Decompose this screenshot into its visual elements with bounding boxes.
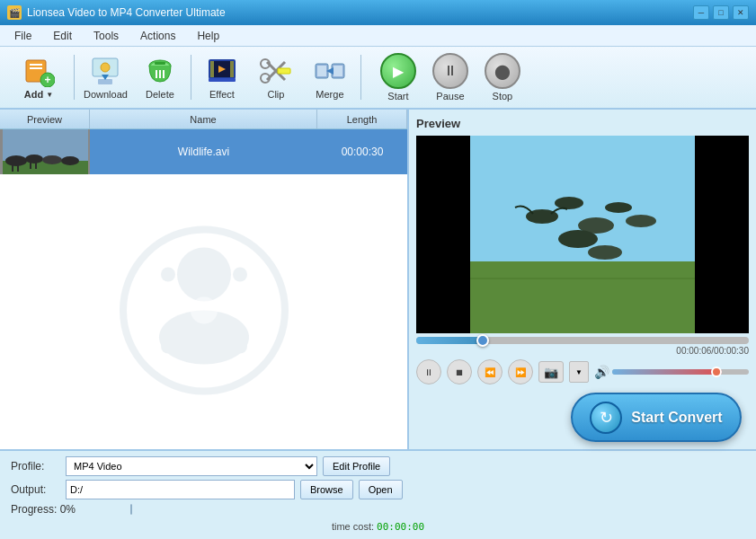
volume-bar[interactable] — [612, 369, 749, 375]
file-name: Wildlife.avi — [90, 146, 317, 158]
svg-rect-41 — [35, 163, 37, 169]
pause-button[interactable]: ⏸ Pause — [428, 53, 473, 102]
maximize-button[interactable]: □ — [713, 5, 729, 20]
forward-button[interactable]: ⏩ — [508, 359, 533, 384]
volume-icon: 🔊 — [594, 365, 609, 379]
svg-rect-25 — [278, 68, 290, 74]
minimize-button[interactable]: ─ — [693, 5, 709, 20]
time-cost-row: time cost: 00:00:00 — [11, 521, 745, 533]
close-button[interactable]: ✕ — [733, 5, 749, 20]
output-row: Output: Browse Open — [11, 480, 745, 499]
progress-label: Progress: 0% — [11, 503, 76, 516]
delete-button[interactable]: Delete — [133, 51, 187, 103]
menu-file[interactable]: File — [4, 28, 42, 44]
time-cost-value: 00:00:00 — [377, 521, 424, 533]
play-pause-button[interactable]: ⏸ — [416, 359, 441, 384]
svg-point-60 — [588, 245, 622, 260]
svg-point-35 — [25, 155, 43, 163]
stop-icon: ⬤ — [485, 53, 520, 89]
progress-row: Progress: 0% — [11, 503, 745, 516]
add-label: Add — [24, 89, 43, 100]
svg-point-43 — [177, 248, 231, 302]
svg-point-34 — [5, 155, 27, 166]
video-preview — [416, 136, 749, 333]
open-button[interactable]: Open — [359, 480, 403, 499]
svg-point-49 — [233, 340, 247, 354]
download-button[interactable]: Download — [78, 51, 133, 103]
svg-rect-2 — [30, 67, 42, 69]
merge-icon — [314, 55, 346, 87]
toolbar-divider-3 — [360, 55, 361, 100]
rewind-button[interactable]: ⏪ — [477, 359, 503, 384]
window-controls: ─ □ ✕ — [693, 5, 749, 20]
main-content: Preview Name Length — [0, 110, 756, 449]
toolbar-divider-1 — [74, 55, 75, 100]
video-progress-fill — [416, 337, 483, 344]
pause-icon: ⏸ — [432, 53, 468, 89]
svg-rect-52 — [695, 136, 749, 333]
output-label: Output: — [11, 483, 60, 496]
effect-button[interactable]: Effect — [195, 51, 249, 103]
stop-button[interactable]: ⬤ Stop — [480, 53, 525, 102]
start-convert-button[interactable]: ↻ Start Convert — [571, 393, 742, 442]
start-convert-icon: ↻ — [590, 402, 622, 434]
svg-rect-29 — [334, 66, 342, 76]
video-progress-thumb[interactable] — [476, 334, 489, 347]
svg-rect-53 — [470, 261, 695, 333]
file-length: 00:00:30 — [317, 146, 407, 158]
stop-label: Stop — [493, 91, 513, 102]
browse-button[interactable]: Browse — [300, 480, 353, 499]
edit-profile-button[interactable]: Edit Profile — [323, 456, 390, 476]
add-button[interactable]: + Add ▼ — [7, 51, 70, 103]
svg-rect-51 — [416, 136, 470, 333]
stop-video-button[interactable]: ⏹ — [447, 359, 472, 384]
file-row[interactable]: Wildlife.avi 00:00:30 — [0, 129, 407, 174]
svg-rect-20 — [230, 61, 234, 77]
clip-button[interactable]: Clip — [249, 51, 303, 103]
delete-label: Delete — [146, 89, 174, 100]
clip-icon — [260, 55, 292, 87]
svg-rect-19 — [210, 61, 214, 77]
effect-icon — [206, 55, 238, 87]
menu-actions[interactable]: Actions — [129, 28, 186, 44]
video-progress-bar[interactable] — [416, 337, 749, 344]
menu-tools[interactable]: Tools — [83, 28, 129, 44]
start-button[interactable]: ▶ Start — [376, 53, 421, 102]
profile-row: Profile: MP4 Video Edit Profile — [11, 456, 745, 476]
screenshot-dropdown[interactable]: ▼ — [569, 361, 589, 383]
time-cost-label: time cost: — [332, 521, 374, 532]
svg-point-57 — [605, 202, 632, 213]
preview-title: Preview — [416, 117, 749, 130]
watermark-area — [0, 174, 407, 449]
menu-bar: File Edit Tools Actions Help — [0, 25, 756, 47]
video-controls: ⏸ ⏹ ⏪ ⏩ 📷 ▼ 🔊 — [416, 359, 749, 384]
svg-rect-11 — [155, 62, 165, 65]
video-time: 00:00:06/00:00:30 — [416, 346, 749, 356]
svg-text:+: + — [44, 74, 50, 86]
merge-button[interactable]: Merge — [303, 51, 357, 103]
svg-rect-61 — [470, 278, 695, 279]
volume-fill — [612, 369, 722, 375]
menu-help[interactable]: Help — [186, 28, 230, 44]
download-label: Download — [84, 89, 128, 100]
svg-point-55 — [555, 197, 583, 209]
file-thumbnail — [0, 129, 90, 174]
output-path-input[interactable] — [66, 480, 295, 499]
profile-select[interactable]: MP4 Video — [66, 456, 317, 476]
svg-rect-27 — [317, 66, 326, 76]
delete-icon — [144, 55, 176, 87]
svg-point-59 — [558, 230, 598, 248]
start-icon: ▶ — [380, 53, 416, 89]
add-icon: + — [22, 55, 55, 87]
start-label: Start — [387, 91, 408, 102]
svg-point-45 — [191, 297, 218, 324]
toolbar: + Add ▼ Download — [0, 47, 756, 110]
start-convert-container: ↻ Start Convert — [571, 393, 742, 442]
svg-rect-39 — [17, 164, 19, 172]
menu-edit[interactable]: Edit — [42, 28, 83, 44]
svg-rect-1 — [30, 64, 42, 66]
svg-point-37 — [61, 156, 79, 165]
add-dropdown-arrow[interactable]: ▼ — [46, 91, 53, 99]
screenshot-button[interactable]: 📷 — [538, 361, 564, 383]
svg-rect-17 — [209, 78, 236, 82]
